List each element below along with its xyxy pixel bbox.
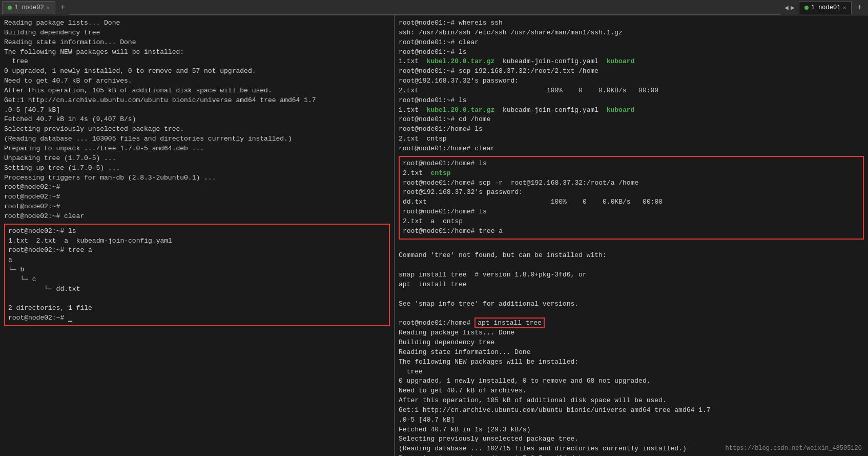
tree-not-found: Command 'tree' not found, but can be ins… (399, 242, 864, 456)
tab-close[interactable]: ✕ (47, 5, 50, 11)
nav-left-arrow[interactable]: ◀ (784, 4, 789, 12)
tab-plus-left[interactable]: + (56, 3, 70, 12)
watermark: https://blog.csdn.net/weixin_48505120 (726, 445, 862, 452)
tab-node01[interactable]: 1 node01 ✕ (799, 1, 852, 14)
tab-dot2 (804, 6, 809, 10)
left-highlight-box: root@node02:~# ls 1.txt 2.txt a kubeadm-… (4, 224, 390, 326)
tab-dot (8, 6, 12, 10)
left-scrollback: Reading package lists... Done Building d… (4, 18, 390, 222)
apt-install-highlighted: apt install tree (474, 318, 545, 328)
app-container: 1 node02 ✕ + ◀ ▶ 1 node01 ✕ + Reading pa… (0, 0, 868, 456)
tab-label: 1 node02 (14, 4, 44, 11)
top-tab-bar: 1 node02 ✕ + ◀ ▶ 1 node01 ✕ + (0, 0, 868, 15)
tab-node02[interactable]: 1 node02 ✕ (2, 1, 55, 14)
tab-close2[interactable]: ✕ (843, 5, 846, 11)
right-content-top: root@node01:~# whereis ssh ssh: /usr/sbi… (399, 18, 864, 154)
tab-plus-right[interactable]: + (853, 3, 866, 12)
panels-container: Reading package lists... Done Building d… (0, 15, 868, 456)
nav-right-arrow[interactable]: ▶ (791, 4, 795, 12)
tab-nav-arrows: ◀ ▶ (780, 4, 799, 12)
left-terminal[interactable]: Reading package lists... Done Building d… (0, 15, 394, 456)
tab-label2: 1 node01 (811, 4, 841, 11)
left-panel: Reading package lists... Done Building d… (0, 15, 395, 456)
right-panel: root@node01:~# whereis ssh ssh: /usr/sbi… (395, 15, 868, 456)
right-terminal[interactable]: root@node01:~# whereis ssh ssh: /usr/sbi… (395, 15, 868, 456)
right-highlight-box1: root@node01:/home# ls 2.txt cntsp root@n… (399, 156, 864, 240)
